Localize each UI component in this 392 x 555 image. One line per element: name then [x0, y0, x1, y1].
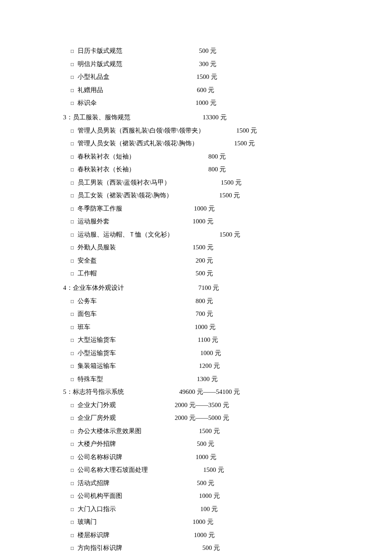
item-price: 800 元 — [208, 165, 226, 173]
item-label: 明信片版式规范 — [78, 60, 122, 68]
item-label: 楼层标识牌 — [78, 531, 110, 539]
checkbox-icon: □ — [71, 100, 76, 107]
list-item: □大门入口指示100 元 — [71, 505, 392, 513]
list-item: □标识伞1000 元 — [71, 99, 392, 107]
item-price: 700 元 — [196, 310, 213, 318]
checkbox-icon: □ — [71, 480, 76, 487]
list-item: □员工女装（裙装\西装\领花\胸饰）1500 元 — [71, 191, 392, 199]
checkbox-icon: □ — [71, 506, 76, 513]
list-item: □企业厂房外观2000 元——5000 元 — [71, 414, 392, 422]
checkbox-icon: □ — [71, 141, 76, 147]
item-price: 1000 元 — [193, 518, 213, 526]
item-label: 标识伞 — [78, 99, 97, 107]
heading-label: 5：标志符号指示系统 — [63, 388, 124, 396]
list-item: □集装箱运输车1200 元 — [71, 362, 392, 370]
item-price: 1500 元 — [234, 139, 255, 147]
list-item: □活动式招牌500 元 — [71, 479, 392, 487]
list-item: □玻璃门1000 元 — [71, 518, 392, 526]
item-label: 安全盔 — [78, 257, 97, 265]
item-label: 小型运输货车 — [78, 349, 116, 357]
item-label: 管理人员女装（裙装\西式礼装\领花\胸饰） — [78, 139, 198, 147]
item-price: 1500 元 — [203, 466, 224, 474]
checkbox-icon: □ — [71, 467, 76, 474]
item-price: 500 元 — [199, 47, 216, 55]
checkbox-icon: □ — [71, 193, 76, 199]
item-price: 1300 元 — [197, 375, 218, 383]
item-label: 员工女装（裙装\西装\领花\胸饰） — [78, 191, 173, 199]
checkbox-icon: □ — [71, 128, 76, 134]
item-price: 1100 元 — [198, 336, 218, 344]
checkbox-icon: □ — [71, 350, 76, 357]
item-label: 工作帽 — [78, 269, 97, 278]
heading-label: 4：企业车体外观设计 — [63, 284, 124, 292]
section-heading: 3：员工服装、服饰规范13300 元 — [63, 113, 392, 121]
checkbox-icon: □ — [71, 87, 76, 94]
list-item: □大型运输货车1100 元 — [71, 336, 392, 344]
item-price: 1000 元 — [196, 453, 216, 461]
item-label: 冬季防寒工作服 — [78, 205, 122, 213]
list-item: □员工男装（西装\蓝领衬衣\马甲）1500 元 — [71, 179, 392, 187]
checkbox-icon: □ — [71, 376, 76, 383]
list-item: □安全盔200 元 — [71, 257, 392, 265]
checkbox-icon: □ — [71, 219, 76, 225]
item-label: 集装箱运输车 — [78, 362, 116, 370]
item-label: 班车 — [78, 323, 90, 331]
item-label: 玻璃门 — [78, 518, 97, 526]
item-label: 特殊车型 — [78, 375, 103, 383]
checkbox-icon: □ — [71, 271, 76, 277]
list-item: □小型礼品盒1500 元 — [71, 73, 392, 81]
item-label: 运动服、运动帽、Ｔ恤（文化衫） — [78, 231, 173, 239]
item-price: 1000 元 — [193, 217, 213, 225]
list-item: □大楼户外招牌500 元 — [71, 440, 392, 448]
list-item: □管理人员男装（西服礼装\白领\领带\领带夹）1500 元 — [71, 127, 392, 135]
item-price: 1000 元 — [195, 323, 216, 331]
list-item: □冬季防寒工作服1000 元 — [71, 205, 392, 213]
section-heading: 5：标志符号指示系统49600 元——54100 元 — [63, 388, 392, 396]
item-label: 公司机构平面图 — [78, 492, 122, 500]
checkbox-icon: □ — [71, 441, 76, 448]
item-price: 1500 元 — [199, 427, 220, 435]
list-item: □办公大楼体示意效果图1500 元 — [71, 427, 392, 435]
checkbox-icon: □ — [71, 245, 76, 251]
item-label: 小型礼品盒 — [78, 73, 110, 81]
item-price: 500 元 — [202, 544, 220, 552]
item-price: 600 元 — [197, 86, 214, 94]
item-price: 2000 元——5000 元 — [175, 414, 229, 422]
document-page: □日历卡版式规范500 元□明信片版式规范300 元□小型礼品盒1500 元□礼… — [0, 0, 392, 555]
item-label: 管理人员男装（西服礼装\白领\领带\领带夹） — [78, 127, 205, 135]
list-item: □班车1000 元 — [71, 323, 392, 331]
checkbox-icon: □ — [71, 402, 76, 409]
checkbox-icon: □ — [71, 74, 76, 81]
checkbox-icon: □ — [71, 545, 76, 552]
list-item: □小型运输货车1000 元 — [71, 349, 392, 357]
checkbox-icon: □ — [71, 206, 76, 212]
item-price: 300 元 — [199, 60, 216, 68]
item-price: 1000 元 — [196, 99, 216, 107]
checkbox-icon: □ — [71, 454, 76, 461]
list-item: □外勤人员服装1500 元 — [71, 243, 392, 251]
list-item: □春秋装衬衣（长袖）800 元 — [71, 165, 392, 173]
list-item: □公司名称大理石坡面处理1500 元 — [71, 466, 392, 474]
checkbox-icon: □ — [71, 61, 76, 68]
checkbox-icon: □ — [71, 337, 76, 344]
item-label: 日历卡版式规范 — [78, 47, 122, 55]
checkbox-icon: □ — [71, 167, 76, 173]
checkbox-icon: □ — [71, 363, 76, 370]
checkbox-icon: □ — [71, 232, 76, 238]
item-label: 大楼户外招牌 — [78, 440, 116, 448]
item-label: 企业厂房外观 — [78, 414, 116, 422]
heading-price: 13300 元 — [203, 113, 227, 121]
item-label: 大门入口指示 — [78, 505, 116, 513]
item-price: 200 元 — [196, 257, 213, 265]
checkbox-icon: □ — [71, 48, 76, 55]
heading-price: 7100 元 — [199, 284, 219, 292]
list-item: □运动服、运动帽、Ｔ恤（文化衫）1500 元 — [71, 231, 392, 239]
item-price: 100 元 — [200, 505, 218, 513]
item-label: 企业大门外观 — [78, 401, 116, 409]
item-price: 1500 元 — [221, 179, 242, 187]
item-label: 员工男装（西装\蓝领衬衣\马甲） — [78, 179, 170, 187]
item-price: 500 元 — [197, 479, 214, 487]
section-heading: 4：企业车体外观设计7100 元 — [63, 284, 392, 292]
list-item: □礼赠用品600 元 — [71, 86, 392, 94]
item-label: 活动式招牌 — [78, 479, 110, 487]
